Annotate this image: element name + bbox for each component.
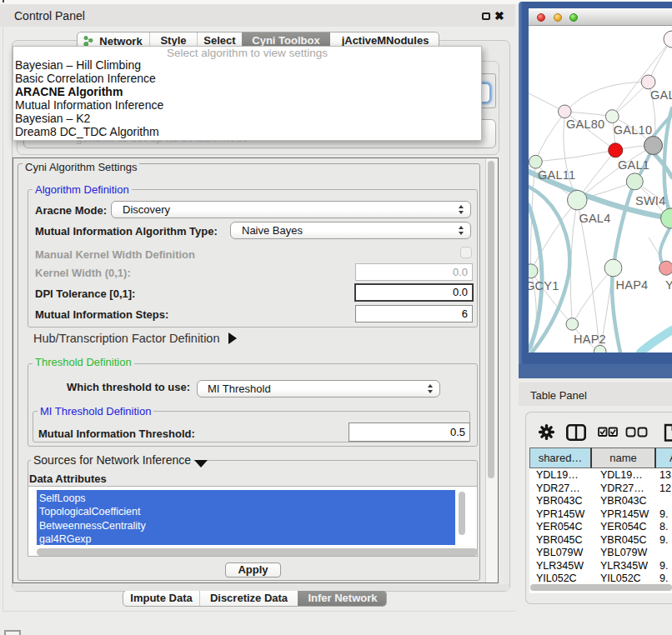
svg-text:GAL4: GAL4 xyxy=(579,212,610,225)
svg-text:GAL1: GAL1 xyxy=(618,158,649,172)
svg-text:GAL7: GAL7 xyxy=(650,88,672,102)
svg-text:HAP2: HAP2 xyxy=(574,332,606,346)
svg-text:HAP4: HAP4 xyxy=(616,278,649,292)
svg-text:GCY1: GCY1 xyxy=(529,279,559,292)
svg-text:GAL11: GAL11 xyxy=(538,168,575,182)
svg-text:SWI4: SWI4 xyxy=(635,194,665,208)
svg-text:GAL10: GAL10 xyxy=(614,123,652,137)
svg-text:GAL80: GAL80 xyxy=(566,118,604,131)
svg-text:Y: Y xyxy=(665,278,672,292)
